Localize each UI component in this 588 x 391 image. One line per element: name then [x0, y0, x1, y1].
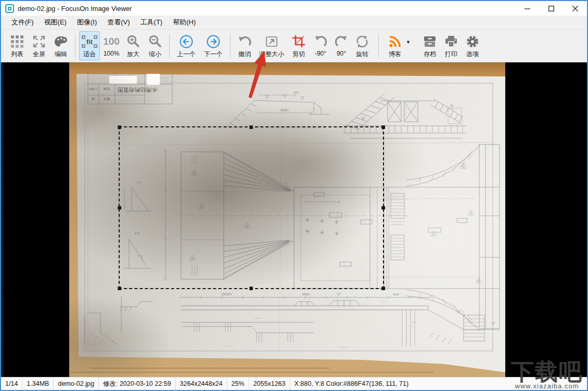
crop-selection-marquee[interactable]	[119, 126, 384, 289]
status-display-size: 2055x1263	[249, 377, 290, 390]
menu-bar: 文件(F) 视图(E) 图像(I) 查看(V) 工具(T) 帮助(H)	[1, 16, 587, 30]
maximize-icon	[548, 6, 554, 11]
selection-handle-top-middle[interactable]	[249, 125, 253, 129]
menu-help[interactable]: 帮助(H)	[168, 16, 201, 29]
list-icon	[10, 34, 24, 49]
toolbar-button-undo[interactable]: 撤消	[234, 31, 255, 60]
minimize-button[interactable]	[515, 1, 539, 16]
menu-look[interactable]: 查看(V)	[102, 16, 135, 29]
menu-image[interactable]: 图像(I)	[72, 16, 102, 29]
selection-handle-middle-left[interactable]	[118, 206, 121, 210]
close-icon	[572, 6, 578, 11]
toolbar-button-blog[interactable]: 博客	[385, 31, 405, 60]
toolbar-separator	[169, 34, 170, 58]
toolbar-separator	[230, 34, 231, 58]
title-bar: demo-02.jpg - FocusOn Image Viewer	[1, 1, 587, 16]
toolbar-button-options[interactable]: 选项	[462, 31, 483, 60]
toolbar-button-rotate-ccw[interactable]: -90°	[310, 31, 331, 60]
minimize-icon	[525, 6, 530, 11]
resize-icon	[264, 34, 279, 49]
toolbar-button-zoom-out[interactable]: 缩小	[145, 31, 165, 60]
app-icon	[5, 4, 14, 13]
selection-handle-middle-right[interactable]	[381, 206, 385, 210]
window-title: demo-02.jpg - FocusOn Image Viewer	[18, 5, 132, 12]
close-button[interactable]	[563, 1, 587, 16]
status-page-index: 1/14	[1, 377, 22, 390]
toolbar-button-previous[interactable]: 上一个	[173, 31, 199, 60]
next-icon	[206, 34, 221, 49]
palette-icon	[54, 34, 68, 49]
toolbar-button-rotate[interactable]: 旋转	[352, 31, 373, 60]
viewport-edge	[1, 62, 4, 377]
maximize-button[interactable]	[539, 1, 563, 16]
toolbar-button-archive[interactable]: 存档	[419, 31, 440, 60]
menu-tools[interactable]: 工具(T)	[135, 16, 168, 29]
selection-handle-top-right[interactable]	[381, 125, 385, 129]
svg-text:4-4: 4-4	[293, 91, 298, 94]
archive-icon	[423, 34, 437, 49]
rotate-icon	[355, 34, 369, 49]
toolbar-button-edit[interactable]: 编辑	[50, 31, 71, 60]
zoom-in-icon	[126, 34, 140, 49]
svg-text:15000: 15000	[302, 293, 310, 296]
previous-icon	[179, 34, 194, 49]
print-icon	[444, 34, 458, 49]
undo-icon	[237, 34, 252, 49]
menu-view[interactable]: 视图(E)	[39, 16, 72, 29]
toolbar-button-list[interactable]: 列表	[7, 31, 28, 60]
blog-dropdown-arrow[interactable]: ▼	[406, 40, 411, 45]
toolbar-button-zoom-100[interactable]: 100 100%	[101, 31, 122, 60]
toolbar-button-crop[interactable]: 剪切	[288, 31, 309, 60]
status-file-size: 1.34MB	[22, 377, 54, 390]
zoom-out-icon	[148, 34, 162, 49]
selection-handle-top-left[interactable]	[118, 125, 121, 129]
toolbar: 列表 全屏 编辑 fit 适合	[1, 30, 587, 62]
status-bar: 1/14 1.34MB demo-02.jpg 修改: 2020-03-10 2…	[1, 377, 587, 390]
toolbar-button-zoom-in[interactable]: 放大	[123, 31, 144, 60]
toolbar-button-rotate-cw[interactable]: 90°	[332, 31, 351, 60]
status-file-name: demo-02.jpg	[54, 377, 99, 390]
crop-icon	[291, 34, 306, 49]
toolbar-button-resize[interactable]: 调整大小	[256, 31, 287, 60]
rotate-ccw-icon	[314, 34, 327, 49]
rss-icon	[388, 34, 402, 49]
selection-handle-bottom-left[interactable]	[118, 286, 121, 290]
toolbar-button-fit[interactable]: fit 适合	[79, 31, 100, 60]
rotate-cw-icon	[335, 34, 348, 49]
toolbar-button-next[interactable]: 下一个	[200, 31, 226, 60]
status-modified-date: 修改: 2020-03-10 22:59	[99, 377, 176, 390]
svg-text:12000: 12000	[224, 293, 232, 296]
toolbar-separator	[75, 34, 75, 58]
toolbar-separator	[378, 34, 379, 58]
selection-handle-bottom-middle[interactable]	[249, 286, 253, 290]
zoom-100-icon: 100	[103, 34, 120, 49]
status-cursor-color: X:880, Y:8 Color:#886F47(136, 111, 71)	[290, 377, 413, 390]
menu-file[interactable]: 文件(F)	[6, 16, 39, 29]
toolbar-button-fullscreen[interactable]: 全屏	[29, 31, 49, 60]
selection-handle-bottom-right[interactable]	[381, 286, 385, 290]
app-window: demo-02.jpg - FocusOn Image Viewer 文件(F)…	[0, 0, 588, 391]
toolbar-button-print[interactable]: 打印	[441, 31, 461, 60]
fullscreen-icon	[32, 34, 46, 49]
status-zoom-level: 25%	[227, 377, 249, 390]
fit-icon: fit	[82, 34, 97, 49]
gear-icon	[466, 34, 479, 49]
toolbar-grip	[3, 34, 5, 58]
image-viewport[interactable]: 水闸结构布置图 1:200 02 比例 图号 13500 4-4	[1, 62, 587, 377]
status-image-dimensions: 3264x2448x24	[176, 377, 227, 390]
